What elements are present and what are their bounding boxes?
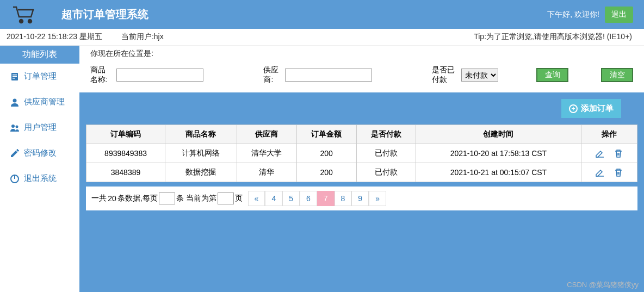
table-cell: 8939849383 (86, 144, 165, 163)
sidebar-header: 功能列表 (0, 46, 79, 64)
welcome-text: 下午好, 欢迎你! (547, 10, 599, 20)
user-icon (10, 97, 20, 107)
sidebar-item-label: 密码修改 (24, 148, 57, 158)
table-header: 创建时间 (416, 125, 581, 144)
table-cell: 已付款 (356, 163, 416, 182)
product-name-label: 商品名称: (90, 65, 111, 85)
table-header: 订单编码 (86, 125, 165, 144)
page-button[interactable]: 8 (335, 191, 352, 206)
table-cell: 数据挖掘 (165, 163, 237, 182)
svg-point-0 (20, 20, 23, 23)
delete-icon[interactable] (614, 148, 623, 158)
table-cell: 3848389 (86, 163, 165, 182)
table-cell: 200 (296, 163, 356, 182)
table-header: 订单金额 (296, 125, 356, 144)
svg-rect-5 (13, 78, 15, 79)
browser-tip: Tip:为了正常浏览,请使用高版本浏览器! (IE10+) (474, 32, 632, 42)
add-order-button[interactable]: + 添加订单 (561, 99, 621, 118)
per-page-input[interactable] (159, 192, 175, 204)
table-header: 操作 (581, 125, 637, 144)
sidebar-item-1[interactable]: 供应商管理 (0, 89, 79, 115)
table-cell: 清华大学 (237, 144, 296, 163)
sidebar-item-4[interactable]: 退出系统 (0, 166, 79, 191)
sidebar-item-2[interactable]: 用户管理 (0, 115, 79, 140)
table-row: 8939849383计算机网络清华大学200已付款2021-10-20 at 1… (86, 144, 637, 163)
info-bar: 2021-10-22 15:18:23 星期五 当前用户:hjx Tip:为了正… (0, 29, 644, 46)
table-header: 商品名称 (165, 125, 237, 144)
table-cell: 清华 (237, 163, 296, 182)
page-button[interactable]: 9 (351, 191, 369, 206)
page-button[interactable]: 6 (300, 191, 317, 206)
paid-select[interactable]: 未付款 (461, 69, 498, 82)
pencil-icon (10, 148, 20, 158)
sidebar-item-label: 订单管理 (24, 71, 57, 82)
cart-icon (11, 4, 37, 25)
paid-label: 是否已付款 (432, 65, 456, 85)
table-cell-actions (581, 163, 637, 182)
svg-point-7 (11, 125, 15, 128)
pagination: 一共20条数据,每页 条 当前为第 页 «456789» (86, 187, 637, 210)
power-icon (10, 174, 20, 184)
search-form: 商品名称: 供应商: 是否已付款 未付款 查询 清空 (79, 62, 644, 92)
sidebar-item-label: 用户管理 (24, 122, 57, 133)
pagination-summary: 一共20条数据,每页 条 当前为第 页 (91, 192, 242, 204)
table-header: 是否付款 (356, 125, 416, 144)
table-row: 3848389数据挖掘清华200已付款2021-10-21 at 00:15:0… (86, 163, 637, 182)
query-button[interactable]: 查询 (536, 68, 568, 82)
delete-icon[interactable] (614, 167, 623, 177)
sidebar-item-label: 供应商管理 (24, 97, 65, 107)
watermark: CSDN @菜鸟猪猪侠yy (567, 280, 639, 290)
users-icon (10, 123, 20, 133)
table-cell: 2021-10-21 at 00:15:07 CST (416, 163, 581, 182)
svg-rect-10 (14, 175, 15, 179)
reset-button[interactable]: 清空 (601, 68, 633, 82)
edit-icon[interactable] (595, 148, 605, 158)
page-button[interactable]: 4 (265, 191, 282, 206)
svg-rect-3 (13, 74, 17, 76)
supplier-label: 供应商: (263, 65, 279, 85)
file-icon (10, 72, 20, 82)
page-button[interactable]: « (248, 191, 265, 206)
sidebar: 功能列表 订单管理供应商管理用户管理密码修改退出系统 (0, 46, 79, 292)
sidebar-item-label: 退出系统 (24, 173, 57, 184)
svg-point-6 (13, 98, 17, 102)
page-button[interactable]: 5 (282, 191, 300, 206)
current-user-label: 当前用户:hjx (121, 32, 164, 42)
sidebar-item-0[interactable]: 订单管理 (0, 64, 79, 89)
table-cell: 2021-10-20 at 17:58:13 CST (416, 144, 581, 163)
page-button-active[interactable]: 7 (317, 191, 335, 206)
svg-point-8 (16, 125, 18, 128)
datetime-text: 2021-10-22 15:18:23 星期五 (7, 32, 102, 42)
top-bar: 超市订单管理系统 下午好, 欢迎你! 退出 (0, 0, 644, 29)
sidebar-item-3[interactable]: 密码修改 (0, 140, 79, 166)
current-page-input[interactable] (218, 192, 234, 204)
product-name-input[interactable] (116, 69, 203, 82)
svg-point-1 (28, 20, 32, 23)
page-button[interactable]: » (369, 191, 386, 206)
table-cell-actions (581, 144, 637, 163)
logout-button[interactable]: 退出 (605, 7, 633, 23)
svg-rect-4 (13, 76, 17, 77)
edit-icon[interactable] (595, 167, 605, 177)
table-header: 供应商 (237, 125, 296, 144)
app-title: 超市订单管理系统 (61, 7, 148, 22)
plus-icon: + (569, 104, 578, 113)
main-panel: + 添加订单 订单编码商品名称供应商订单金额是否付款创建时间操作 8939849… (79, 92, 644, 292)
table-cell: 已付款 (356, 144, 416, 163)
breadcrumb: 你现在所在位置是: (79, 46, 644, 62)
supplier-input[interactable] (285, 69, 372, 82)
orders-table: 订单编码商品名称供应商订单金额是否付款创建时间操作 8939849383计算机网… (86, 125, 637, 182)
table-cell: 200 (296, 144, 356, 163)
table-cell: 计算机网络 (165, 144, 237, 163)
